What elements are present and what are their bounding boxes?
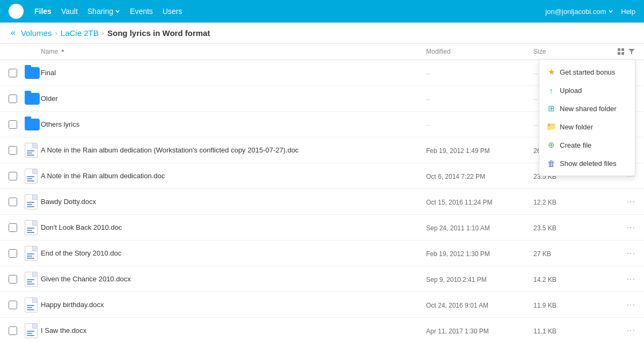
- table-row: Bawdy Dotty.docx Oct 15, 2016 11:24 PM 1…: [0, 189, 644, 215]
- table-row: I Saw the.docx Apr 11, 2017 1:30 PM 11.1…: [0, 318, 644, 342]
- breadcrumb-drive[interactable]: LaCie 2TB: [61, 28, 99, 38]
- more-options-button[interactable]: ···: [609, 274, 635, 284]
- breadcrumb-sep2: ›: [102, 29, 104, 37]
- row-checkbox[interactable]: [9, 69, 17, 77]
- doc-line: [27, 256, 32, 257]
- file-name[interactable]: Final: [41, 69, 426, 77]
- main-content: Name Modified Size Final -- -- ··· Older…: [0, 43, 644, 342]
- doc-line: [27, 283, 34, 285]
- header-actions-col: [609, 48, 635, 55]
- table-header: Name Modified Size: [0, 43, 644, 60]
- file-type-icon: [25, 220, 41, 235]
- doc-line: [27, 202, 34, 203]
- doc-line: [27, 258, 34, 259]
- shared-folder-icon: ⊞: [547, 104, 555, 113]
- file-name[interactable]: End of the Story 2010.doc: [41, 249, 426, 257]
- dropdown-item[interactable]: 🗑 Show deleted files: [539, 154, 635, 172]
- row-checkbox[interactable]: [9, 94, 17, 103]
- doc-icon: [25, 220, 38, 235]
- file-name[interactable]: Happy birthday.docx: [41, 301, 426, 309]
- breadcrumb: « Volumes › LaCie 2TB › Song lyrics in W…: [0, 23, 644, 43]
- header-name-col[interactable]: Name: [41, 48, 426, 55]
- help-link[interactable]: Help: [621, 8, 635, 16]
- header-size-col: Size: [533, 48, 609, 55]
- file-type-icon: [25, 272, 41, 287]
- doc-line: [27, 204, 32, 205]
- doc-icon: [25, 194, 38, 209]
- doc-line: [27, 230, 32, 231]
- more-options-button[interactable]: ···: [609, 249, 635, 258]
- file-modified: Oct 15, 2016 11:24 PM: [426, 198, 533, 206]
- dropdown-item-label: Upload: [560, 86, 582, 94]
- nav-vault[interactable]: Vault: [61, 7, 78, 16]
- folder-icon: [25, 119, 40, 130]
- more-options-button[interactable]: ···: [609, 223, 635, 232]
- doc-line: [27, 232, 34, 233]
- nav-sharing[interactable]: Sharing: [87, 7, 120, 16]
- dropdown-item[interactable]: ↑ Upload: [539, 81, 635, 99]
- create-file-icon: ⊕: [547, 141, 555, 149]
- row-checkbox[interactable]: [9, 120, 17, 129]
- doc-line: [27, 307, 32, 308]
- file-name[interactable]: Older: [41, 94, 426, 103]
- file-name[interactable]: Don't Look Back 2010.doc: [41, 223, 426, 231]
- more-options-button[interactable]: ···: [609, 197, 635, 207]
- file-modified: Sep 24, 2011 1:10 AM: [426, 223, 533, 232]
- nav-users[interactable]: Users: [163, 7, 182, 16]
- dropdown-item-label: Get started bonus: [560, 68, 615, 76]
- breadcrumb-volumes[interactable]: Volumes: [21, 28, 52, 38]
- file-type-icon: [25, 297, 41, 312]
- dropdown-item[interactable]: ⊞ New shared folder: [539, 99, 635, 118]
- star-icon: ★: [547, 68, 555, 76]
- dropdown-item[interactable]: ⊕ Create file: [539, 136, 635, 154]
- row-checkbox[interactable]: [9, 249, 17, 258]
- row-checkbox[interactable]: [9, 301, 17, 309]
- doc-line: [27, 206, 34, 207]
- file-modified: Apr 11, 2017 1:30 PM: [426, 326, 533, 335]
- dropdown-item[interactable]: ★ Get started bonus: [539, 63, 635, 81]
- more-options-button[interactable]: ···: [609, 300, 635, 310]
- chevron-down-icon: [115, 9, 120, 14]
- doc-icon: [25, 246, 38, 261]
- doc-line: [27, 281, 32, 282]
- table-row: Don't Look Back 2010.doc Sep 24, 2011 1:…: [0, 215, 644, 241]
- app-logo[interactable]: [9, 4, 24, 19]
- doc-icon: [25, 272, 38, 287]
- file-name[interactable]: A Note in the Rain album dedication (Wor…: [41, 146, 426, 154]
- row-checkbox[interactable]: [9, 172, 17, 180]
- file-modified: --: [426, 69, 533, 77]
- nav-files[interactable]: Files: [34, 7, 52, 16]
- file-name[interactable]: Given the Chance 2010.docx: [41, 275, 426, 283]
- row-checkbox[interactable]: [9, 326, 17, 335]
- row-checkbox[interactable]: [9, 275, 17, 283]
- row-checkbox[interactable]: [9, 146, 17, 155]
- doc-line: [27, 228, 34, 229]
- doc-line: [27, 150, 34, 151]
- file-type-icon: [25, 143, 41, 158]
- doc-line: [27, 176, 34, 177]
- file-type-icon: [25, 194, 41, 209]
- file-type-icon: [25, 119, 41, 130]
- file-name[interactable]: A Note in the Rain album dedication.doc: [41, 172, 426, 180]
- user-menu[interactable]: jon@jonljacobi.com: [545, 8, 613, 16]
- doc-line: [27, 253, 34, 254]
- file-type-icon: [25, 67, 41, 79]
- svg-point-2: [17, 11, 20, 14]
- doc-icon: [25, 169, 38, 184]
- svg-rect-4: [621, 48, 624, 51]
- row-checkbox[interactable]: [9, 198, 17, 206]
- row-checkbox[interactable]: [9, 223, 17, 232]
- more-options-button[interactable]: ···: [609, 326, 635, 336]
- file-type-icon: [25, 169, 41, 184]
- nav-events[interactable]: Events: [130, 7, 153, 16]
- breadcrumb-back[interactable]: «: [11, 28, 16, 38]
- nav-links: Files Vault Sharing Events Users: [34, 7, 535, 16]
- dropdown-item-label: New folder: [560, 123, 593, 131]
- grid-icon[interactable]: [617, 48, 625, 55]
- doc-line: [27, 305, 34, 306]
- filter-icon[interactable]: [628, 48, 635, 55]
- file-name[interactable]: Others lyrics: [41, 120, 426, 128]
- file-name[interactable]: Bawdy Dotty.docx: [41, 198, 426, 206]
- file-name[interactable]: I Saw the.docx: [41, 326, 426, 334]
- dropdown-item[interactable]: 📁 New folder: [539, 118, 635, 136]
